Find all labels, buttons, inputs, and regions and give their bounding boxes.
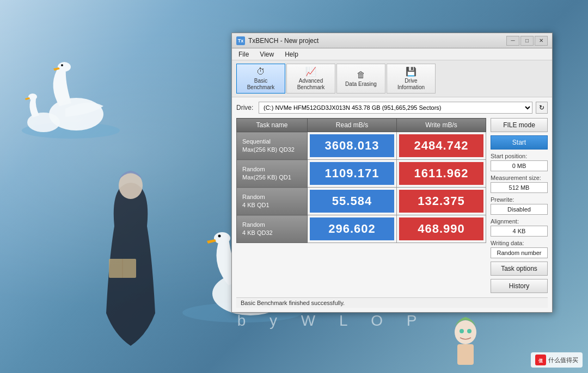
window-title: TxBENCH - New project bbox=[248, 37, 318, 45]
refresh-icon: ↻ bbox=[539, 104, 544, 111]
minimize-button[interactable]: ─ bbox=[506, 36, 519, 46]
read-value-random-256: 1109.171 bbox=[310, 162, 394, 185]
svg-point-5 bbox=[28, 94, 37, 100]
drive-information-icon: 💾 bbox=[406, 66, 416, 77]
start-button[interactable]: Start bbox=[491, 135, 548, 150]
file-mode-button[interactable]: FILE mode bbox=[491, 118, 548, 132]
read-cell-random-4k-qd1: 55.584 bbox=[308, 188, 397, 215]
write-value-random-4k-qd32: 468.990 bbox=[399, 217, 483, 240]
task-name-random-4k-qd1: Random 4 KB QD1 bbox=[237, 188, 308, 215]
toolbar-data-erasing[interactable]: 🗑 Data Erasing bbox=[336, 64, 385, 94]
write-value-sequential: 2484.742 bbox=[399, 134, 483, 157]
character-figure bbox=[76, 161, 185, 351]
menu-view[interactable]: View bbox=[258, 50, 276, 59]
toolbar-basic-benchmark[interactable]: ⏱ BasicBenchmark bbox=[236, 64, 285, 94]
menu-help[interactable]: Help bbox=[283, 50, 301, 59]
svg-point-18 bbox=[467, 329, 471, 333]
start-position-value: 0 MB bbox=[491, 160, 548, 171]
svg-point-11 bbox=[214, 232, 230, 244]
write-cell-random-256: 1611.962 bbox=[397, 160, 486, 188]
write-cell-random-4k-qd1: 132.375 bbox=[397, 188, 486, 215]
read-cell-sequential: 3608.013 bbox=[308, 132, 397, 160]
drive-row: Drive: (C:) NVMe HFM512GD3JX013N 453.78 … bbox=[236, 102, 548, 114]
alignment-label: Alignment: bbox=[491, 218, 548, 225]
svg-point-12 bbox=[218, 235, 221, 238]
col-read: Read mB/s bbox=[308, 119, 397, 132]
writing-data-value: Random number bbox=[491, 247, 548, 258]
write-cell-random-4k-qd32: 468.990 bbox=[397, 215, 486, 243]
table-header-row: Task name Read mB/s Write mB/s bbox=[237, 119, 486, 132]
writing-data-label: Writing data: bbox=[491, 240, 548, 246]
col-task-name: Task name bbox=[237, 119, 308, 132]
svg-point-17 bbox=[460, 329, 464, 333]
measurement-size-label: Measurement size: bbox=[491, 175, 548, 181]
drive-refresh-button[interactable]: ↻ bbox=[536, 102, 548, 114]
basic-benchmark-label: BasicBenchmark bbox=[247, 78, 275, 91]
advanced-benchmark-icon: 📈 bbox=[305, 66, 316, 77]
read-value-random-4k-qd1: 55.584 bbox=[310, 190, 394, 213]
svg-point-3 bbox=[61, 64, 63, 66]
toolbar-drive-information[interactable]: 💾 DriveInformation bbox=[387, 64, 436, 94]
write-cell-sequential: 2484.742 bbox=[397, 132, 486, 160]
start-position-section: Start position: 0 MB bbox=[491, 153, 548, 171]
task-options-button[interactable]: Task options bbox=[491, 262, 548, 276]
close-button[interactable]: ✕ bbox=[535, 36, 548, 46]
drive-label: Drive: bbox=[236, 104, 255, 111]
menu-file[interactable]: File bbox=[236, 50, 251, 59]
badge: 值 什么值得买 bbox=[531, 352, 583, 368]
basic-benchmark-icon: ⏱ bbox=[256, 67, 265, 77]
app-icon: Tx bbox=[236, 36, 245, 45]
sidebar: FILE mode Start Start position: 0 MB Mea… bbox=[491, 118, 548, 293]
drive-information-label: DriveInformation bbox=[397, 78, 425, 91]
maximize-button[interactable]: □ bbox=[520, 36, 534, 46]
svg-text:值: 值 bbox=[538, 358, 543, 363]
alignment-section: Alignment: 4 KB bbox=[491, 218, 548, 237]
watermark: b y W L O P bbox=[237, 312, 427, 330]
measurement-size-section: Measurement size: 512 MB bbox=[491, 175, 548, 193]
task-name-random-4k-qd32: Random 4 KB QD32 bbox=[237, 215, 308, 243]
benchmark-table-container: Task name Read mB/s Write mB/s Sequentia… bbox=[236, 118, 486, 293]
badge-icon: 值 bbox=[535, 355, 546, 365]
svg-point-2 bbox=[58, 62, 71, 72]
content-area: Drive: (C:) NVMe HFM512GD3JX013N 453.78 … bbox=[232, 97, 552, 312]
character-br bbox=[441, 310, 490, 365]
table-row: Random Max(256 KB) QD1 1109.171 1611.962 bbox=[237, 160, 486, 188]
svg-rect-16 bbox=[457, 344, 474, 365]
drive-select[interactable]: (C:) NVMe HFM512GD3JX013N 453.78 GB (951… bbox=[259, 102, 532, 114]
prewrite-value: Disabled bbox=[491, 204, 548, 215]
main-area: Task name Read mB/s Write mB/s Sequentia… bbox=[236, 118, 548, 293]
task-name-random-256: Random Max(256 KB) QD1 bbox=[237, 160, 308, 188]
read-value-sequential: 3608.013 bbox=[310, 134, 394, 157]
titlebar: Tx TxBENCH - New project ─ □ ✕ bbox=[232, 33, 552, 48]
window-controls: ─ □ ✕ bbox=[506, 36, 548, 46]
read-cell-random-256: 1109.171 bbox=[308, 160, 397, 188]
advanced-benchmark-label: AdvancedBenchmark bbox=[297, 78, 325, 91]
measurement-size-value: 512 MB bbox=[491, 182, 548, 193]
start-position-label: Start position: bbox=[491, 153, 548, 159]
swan-decoration-left bbox=[16, 43, 125, 141]
history-button[interactable]: History bbox=[491, 279, 548, 293]
table-row: Random 4 KB QD32 296.602 468.990 bbox=[237, 215, 486, 243]
alignment-value: 4 KB bbox=[491, 226, 548, 237]
writing-data-section: Writing data: Random number bbox=[491, 240, 548, 258]
status-text: Basic Benchmark finished successfully. bbox=[241, 300, 345, 306]
benchmark-table: Task name Read mB/s Write mB/s Sequentia… bbox=[236, 118, 486, 243]
data-erasing-label: Data Erasing bbox=[345, 81, 377, 88]
menubar: File View Help bbox=[232, 48, 552, 60]
badge-text: 什么值得买 bbox=[548, 356, 578, 364]
toolbar-advanced-benchmark[interactable]: 📈 AdvancedBenchmark bbox=[286, 64, 335, 94]
table-row: Sequential Max(256 KB) QD32 3608.013 248… bbox=[237, 132, 486, 160]
table-row: Random 4 KB QD1 55.584 132.375 bbox=[237, 188, 486, 215]
app-window: Tx TxBENCH - New project ─ □ ✕ File View… bbox=[231, 33, 553, 313]
titlebar-left: Tx TxBENCH - New project bbox=[236, 36, 318, 45]
prewrite-label: Prewrite: bbox=[491, 196, 548, 203]
read-value-random-4k-qd32: 296.602 bbox=[310, 217, 394, 240]
write-value-random-256: 1611.962 bbox=[399, 162, 483, 185]
prewrite-section: Prewrite: Disabled bbox=[491, 196, 548, 215]
svg-point-15 bbox=[455, 320, 476, 344]
statusbar: Basic Benchmark finished successfully. bbox=[236, 297, 548, 308]
toolbar: ⏱ BasicBenchmark 📈 AdvancedBenchmark 🗑 D… bbox=[232, 60, 552, 97]
write-value-random-4k-qd1: 132.375 bbox=[399, 190, 483, 213]
data-erasing-icon: 🗑 bbox=[357, 70, 365, 80]
read-cell-random-4k-qd32: 296.602 bbox=[308, 215, 397, 243]
